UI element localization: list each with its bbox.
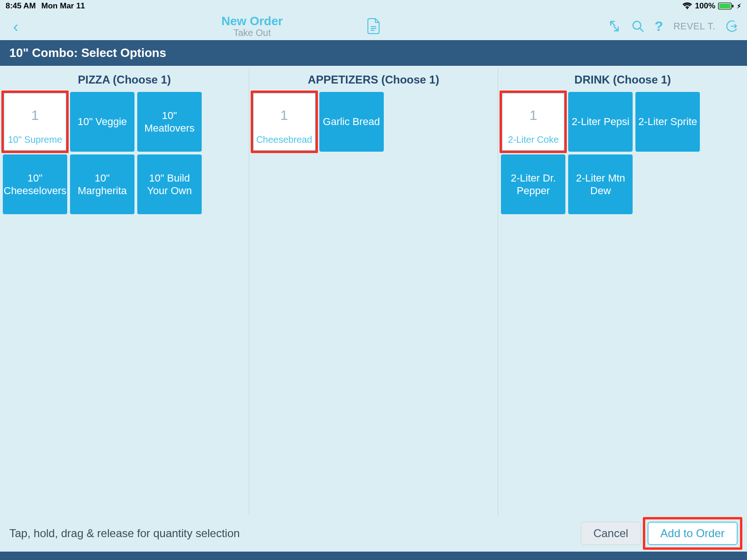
option-tile[interactable]: 2-Liter Sprite xyxy=(635,92,700,152)
option-grid: 1CheesebreadGarlic Bread xyxy=(251,92,496,152)
column-header: PIZZA (Choose 1) xyxy=(2,69,247,92)
add-to-order-button[interactable]: Add to Order xyxy=(648,522,738,545)
wifi-icon xyxy=(682,2,692,10)
document-icon[interactable] xyxy=(367,20,380,33)
status-time: 8:45 AM xyxy=(6,1,36,11)
combo-column: PIZZA (Choose 1)110" Supreme10" Veggie10… xyxy=(0,69,249,515)
screen-title: New Order Take Out xyxy=(0,14,626,38)
expand-icon[interactable] xyxy=(608,20,621,33)
option-label: Cheesebread xyxy=(256,134,312,147)
option-grid: 12-Liter Coke2-Liter Pepsi2-Liter Sprite… xyxy=(500,92,745,214)
option-label: 2-Liter Pepsi xyxy=(572,115,630,128)
option-label: 2-Liter Sprite xyxy=(638,115,697,128)
option-label: 10" Build Your Own xyxy=(140,172,199,197)
option-tile[interactable]: Garlic Bread xyxy=(319,92,384,152)
option-tile[interactable]: 2-Liter Mtn Dew xyxy=(568,154,633,214)
option-label: 10" Cheeselovers xyxy=(4,172,67,197)
combo-column: DRINK (Choose 1)12-Liter Coke2-Liter Pep… xyxy=(498,69,747,515)
combo-column: APPETIZERS (Choose 1)1CheesebreadGarlic … xyxy=(249,69,499,515)
charging-icon: ⚡︎ xyxy=(737,2,741,10)
quantity-hint: Tap, hold, drag & release for quantity s… xyxy=(9,527,240,540)
svg-rect-2 xyxy=(732,5,733,7)
option-tile[interactable]: 10" Meatlovers xyxy=(137,92,202,152)
battery-icon xyxy=(718,2,734,10)
screen-title-sub: Take Out xyxy=(0,28,626,38)
option-label: 10" Meatlovers xyxy=(140,109,199,135)
logout-icon[interactable] xyxy=(726,20,739,33)
combo-columns: PIZZA (Choose 1)110" Supreme10" Veggie10… xyxy=(0,66,747,515)
option-tile[interactable]: 2-Liter Pepsi xyxy=(568,92,633,152)
option-quantity: 1 xyxy=(31,96,39,134)
column-header: APPETIZERS (Choose 1) xyxy=(251,69,496,92)
option-quantity: 1 xyxy=(280,96,288,134)
option-tile[interactable]: 10" Veggie xyxy=(70,92,134,152)
option-label: 2-Liter Coke xyxy=(508,134,559,147)
bottom-bar: Tap, hold, drag & release for quantity s… xyxy=(0,515,747,552)
option-tile[interactable]: 10" Build Your Own xyxy=(137,154,202,214)
svg-rect-1 xyxy=(719,4,731,8)
option-label: 2-Liter Mtn Dew xyxy=(571,172,630,197)
option-tile[interactable]: 1Cheesebread xyxy=(252,92,317,152)
option-tile[interactable]: 10" Margherita xyxy=(70,154,134,214)
cancel-button[interactable]: Cancel xyxy=(581,522,641,545)
option-tile[interactable]: 10" Cheeselovers xyxy=(3,154,67,214)
option-label: 2-Liter Dr. Pepper xyxy=(504,172,563,197)
column-header: DRINK (Choose 1) xyxy=(500,69,745,92)
option-tile[interactable]: 110" Supreme xyxy=(3,92,67,152)
screen-title-main: New Order xyxy=(0,14,626,28)
device-status-bar: 8:45 AM Mon Mar 11 100% ⚡︎ xyxy=(0,0,747,12)
option-label: 10" Supreme xyxy=(8,134,62,147)
help-button[interactable]: ? xyxy=(655,18,663,34)
option-tile[interactable]: 12-Liter Coke xyxy=(501,92,565,152)
option-label: 10" Veggie xyxy=(78,115,127,128)
option-label: 10" Margherita xyxy=(73,172,132,197)
status-date: Mon Mar 11 xyxy=(42,1,85,11)
option-tile[interactable]: 2-Liter Dr. Pepper xyxy=(501,154,565,214)
user-name-label[interactable]: REVEL T. xyxy=(673,21,715,32)
app-top-bar: ‹ New Order Take Out ? REVEL T. xyxy=(0,12,747,40)
search-icon[interactable] xyxy=(631,20,644,33)
footer-strip xyxy=(0,552,747,560)
option-grid: 110" Supreme10" Veggie10" Meatlovers10" … xyxy=(2,92,247,214)
section-header: 10" Combo: Select Options xyxy=(0,40,747,66)
battery-percent: 100% xyxy=(695,1,715,11)
option-label: Garlic Bread xyxy=(323,115,380,128)
option-quantity: 1 xyxy=(529,96,537,134)
back-button[interactable]: ‹ xyxy=(8,14,23,38)
